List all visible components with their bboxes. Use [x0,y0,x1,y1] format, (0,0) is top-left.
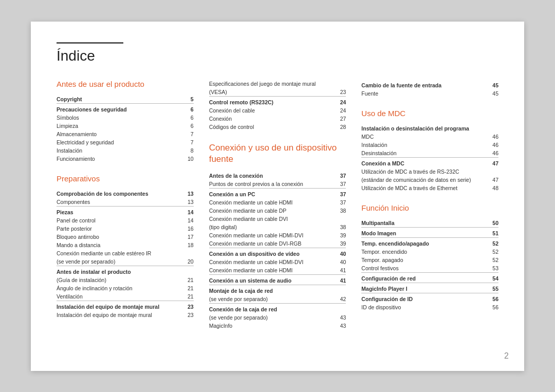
toc-label: Antes de instalar el producto [57,266,182,276]
toc-label: Control festivos [361,264,482,273]
toc-label: Utilización de MDC a través de RS-232C [361,167,488,176]
table-row: Componentes 13 [57,198,194,207]
toc-label: MDC [361,133,488,141]
title-bar [57,42,123,44]
toc-page: 6 [178,114,194,122]
table-row: Conexión mediante un cable DP 38 [209,207,346,215]
table-row: Piezas 14 [57,206,194,216]
toc-label: (se vende por separado) [57,257,182,266]
toc-page [182,266,194,276]
toc-label: Conexión mediante un cable DVI-RGB [209,239,334,248]
toc-page: 21 [182,276,194,284]
toc-page: 51 [482,227,498,237]
toc-label: Conexión mediante un cable DVI [209,215,334,223]
toc-page: 37 [334,180,346,189]
toc-page: 6 [178,103,194,114]
toc-label: Ángulo de inclinación y rotación [57,284,182,292]
table-row: MDC 46 [361,133,498,141]
col3: Cambio de la fuente de entrada 45 Fuente… [361,80,498,339]
table-row: Configuración de ID 56 [361,293,498,303]
col3-top-table: Cambio de la fuente de entrada 45 Fuente… [361,80,498,98]
toc-label: (se vende por separado) [209,313,334,322]
toc-page: 39 [334,239,346,248]
col2-top-table: Especificaciones del juego de montaje mu… [209,80,346,131]
toc-label: Instalación o desinstalación del program… [361,123,488,133]
toc-label: Control remoto (RS232C) [209,96,335,106]
col1: Antes de usar el producto Copyright 5 Pr… [57,80,209,339]
toc-label: Copyright [57,94,178,104]
toc-page: 47 [488,157,498,167]
table-row: Tempor. apagado 52 [361,256,498,264]
section4-title: Uso de MDC [361,109,498,118]
table-row: (VESA) 23 [209,88,346,97]
toc-page [488,167,498,176]
toc-page: 23 [182,301,194,311]
toc-label: Códigos de control [209,123,335,131]
toc-label: Conexión mediante un cable HDMI [209,198,334,207]
toc-page: 13 [182,188,194,198]
table-row: Modo Imagen 51 [361,227,498,237]
table-row: MagicInfo Player I 55 [361,283,498,293]
toc-label: Componentes [57,198,182,207]
toc-label: Parte posterior [57,225,182,233]
toc-label: Multipantalla [361,217,482,228]
table-row: Conexión mediante un cable estéreo IR [57,249,194,257]
toc-page: 23 [182,311,194,319]
toc-page: 43 [334,313,346,322]
content-columns: Antes de usar el producto Copyright 5 Pr… [57,80,498,339]
toc-page: 18 [182,241,194,249]
table-row: Electricidad y seguridad 7 [57,138,194,146]
toc-label: Modo Imagen [361,227,482,237]
toc-label: (se vende por separado) [209,295,334,304]
section3-title: Conexión y uso de un dispositivo fuente [209,142,346,165]
section5-title: Función Inicio [361,203,498,212]
section1-title: Antes de usar el producto [57,80,194,88]
section2-title: Preparativos [57,174,194,183]
table-row: Conexión mediante un cable DVI-RGB 39 [209,239,346,248]
toc-label: Conexión a un sistema de audio [209,274,334,285]
toc-page: 37 [334,188,346,198]
toc-label: Conexión de la caja de red [209,303,334,313]
table-row: Ángulo de inclinación y rotación 21 [57,284,194,292]
table-row: Mando a distancia 18 [57,241,194,249]
toc-label: MagicInfo [209,322,334,330]
toc-page: 41 [334,274,346,285]
toc-label: Conexión a un dispositivo de vídeo [209,248,334,258]
toc-page: 42 [334,295,346,304]
table-row: Instalación del equipo de montaje mural … [57,301,194,311]
table-row: Conexión mediante un cable HDMI 37 [209,198,346,207]
toc-label: (Guía de instalación) [57,276,182,284]
table-row: Utilización de MDC a través de RS-232C [361,167,498,176]
toc-page: 45 [484,89,498,98]
toc-page: 40 [334,258,346,266]
toc-page: 55 [482,283,498,293]
table-row: Conexión a un sistema de audio 41 [209,274,346,285]
table-row: Conexión mediante un cable HDMI-DVI 40 [209,258,346,266]
table-row: Antes de instalar el producto [57,266,194,276]
table-row: Conexión mediante un cable DVI [209,215,346,223]
toc-label: Utilización de MDC a través de Ethernet [361,184,488,192]
table-row: (se vende por separado) 20 [57,257,194,266]
toc-page: 24 [335,106,346,115]
toc-page: 14 [182,206,194,216]
toc-page: 17 [182,233,194,241]
toc-page: 56 [482,303,498,311]
toc-page: 46 [488,149,498,158]
table-row: Control remoto (RS232C) 24 [209,96,346,106]
toc-label: Antes de la conexión [209,170,334,180]
toc-label: Panel de control [57,216,182,225]
table-row: Bloqueo antirrobo 17 [57,233,194,241]
toc-page: 16 [182,225,194,233]
toc-page: 41 [334,266,346,275]
table-row: (estándar de comunicación de datos en se… [361,176,498,184]
table-row: MagicInfo 43 [209,322,346,330]
toc-page: 21 [182,284,194,292]
toc-label: Conexión del cable [209,106,335,115]
table-row: Multipantalla 50 [361,217,498,228]
toc-page [334,215,346,223]
toc-label: Configuración de red [361,272,482,283]
section3-table: Antes de la conexión 37 Puntos de contro… [209,170,346,330]
table-row: Comprobación de los componentes 13 [57,188,194,198]
table-row: Copyright 5 [57,94,194,104]
toc-label: Mando a distancia [57,241,182,249]
